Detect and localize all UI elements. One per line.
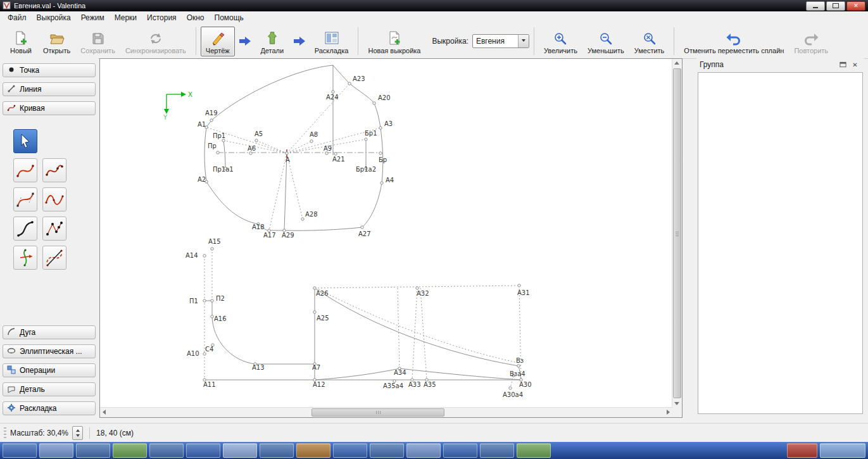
- mode-draw-button[interactable]: Чертёж: [201, 27, 235, 56]
- taskbar-item[interactable]: [787, 443, 817, 458]
- pattern-point[interactable]: [203, 255, 206, 257]
- toolbox-category-curve[interactable]: Кривая: [3, 101, 96, 115]
- pattern-line[interactable]: [256, 141, 287, 153]
- taskbar-item[interactable]: [149, 443, 184, 458]
- tool-double-curve[interactable]: [42, 187, 66, 211]
- maximize-button[interactable]: [826, 1, 845, 11]
- pattern-point[interactable]: [334, 153, 337, 155]
- sync-button[interactable]: Синхронизировать: [120, 27, 191, 56]
- scroll-up-arrow[interactable]: [674, 61, 679, 65]
- tool-cut-spline[interactable]: [42, 246, 66, 270]
- undo-button[interactable]: Отменить переместить сплайн: [679, 27, 789, 56]
- pattern-point[interactable]: [313, 287, 316, 289]
- pattern-point[interactable]: [313, 311, 316, 313]
- pattern-point[interactable]: [255, 139, 258, 142]
- spinner-up-icon[interactable]: [76, 429, 80, 432]
- pattern-point[interactable]: [373, 102, 375, 104]
- zoom-fit-button[interactable]: Уместить: [629, 27, 670, 56]
- scroll-down-arrow[interactable]: [674, 402, 679, 405]
- pattern-line[interactable]: [269, 153, 287, 230]
- pattern-line[interactable]: [399, 368, 521, 380]
- pattern-point[interactable]: [379, 127, 382, 129]
- toolbox-category-detail[interactable]: Деталь: [3, 382, 96, 396]
- pattern-point[interactable]: [301, 218, 304, 220]
- tool-spline-path[interactable]: [42, 158, 66, 182]
- taskbar-item[interactable]: [296, 443, 330, 458]
- pattern-point[interactable]: [222, 139, 225, 142]
- pattern-point[interactable]: [211, 315, 213, 318]
- pattern-point[interactable]: [203, 299, 206, 302]
- group-list[interactable]: [698, 72, 863, 414]
- menu-item-mode[interactable]: Режим: [76, 12, 110, 23]
- horizontal-scrollbar[interactable]: [100, 407, 672, 417]
- pattern-line[interactable]: [206, 127, 287, 153]
- toolbox-category-point[interactable]: Точка: [3, 63, 96, 77]
- vertical-scrollbar[interactable]: [672, 59, 682, 408]
- pattern-point[interactable]: [203, 353, 206, 355]
- vertical-scroll-thumb[interactable]: [673, 68, 681, 398]
- scroll-left-arrow[interactable]: [103, 410, 106, 415]
- taskbar-item[interactable]: [186, 443, 220, 458]
- zoom-spinner[interactable]: [72, 426, 83, 440]
- zoom-in-button[interactable]: Увеличить: [539, 27, 582, 56]
- pattern-point[interactable]: [379, 152, 382, 154]
- tool-curve-intersect[interactable]: [13, 246, 37, 270]
- menu-item-help[interactable]: Помощь: [210, 12, 249, 23]
- pattern-line[interactable]: [212, 317, 255, 364]
- pattern-line[interactable]: [318, 289, 519, 363]
- pattern-point[interactable]: [211, 248, 213, 250]
- menu-item-history[interactable]: История: [142, 12, 182, 23]
- pattern-line[interactable]: [362, 183, 382, 227]
- pattern-select[interactable]: Евгения: [472, 34, 529, 48]
- tool-curved-path[interactable]: [13, 217, 37, 241]
- pattern-line[interactable]: [315, 288, 519, 366]
- pattern-point[interactable]: [325, 152, 328, 154]
- zoom-out-button[interactable]: Уменьшить: [582, 27, 629, 56]
- close-panel-button[interactable]: ✕: [849, 60, 861, 70]
- toolbox-category-operations[interactable]: Операции: [3, 363, 96, 377]
- tool-curve-with-controls[interactable]: [13, 187, 37, 211]
- pattern-line[interactable]: [287, 84, 349, 153]
- pattern-line[interactable]: [204, 127, 206, 182]
- tool-spline[interactable]: [13, 158, 37, 182]
- float-panel-button[interactable]: [837, 60, 849, 70]
- pattern-point[interactable]: [211, 299, 213, 302]
- pattern-point[interactable]: [332, 91, 334, 93]
- pattern-point[interactable]: [348, 82, 351, 85]
- pattern-line[interactable]: [374, 103, 381, 128]
- pattern-line[interactable]: [315, 368, 399, 380]
- taskbar-item[interactable]: [260, 443, 294, 458]
- pattern-line[interactable]: [206, 182, 258, 224]
- tool-point-network[interactable]: [42, 217, 66, 241]
- pattern-point[interactable]: [286, 152, 288, 154]
- taskbar-item[interactable]: [3, 443, 37, 458]
- toolbox-category-arc[interactable]: Дуга: [3, 325, 96, 339]
- pattern-point[interactable]: [517, 365, 520, 367]
- save-button[interactable]: Сохранить: [75, 27, 120, 56]
- menu-item-pattern[interactable]: Выкройка: [32, 12, 76, 23]
- taskbar-item[interactable]: [370, 443, 404, 458]
- taskbar-item[interactable]: [223, 443, 257, 458]
- pattern-point[interactable]: [217, 151, 219, 154]
- new-button[interactable]: Новый: [4, 27, 38, 56]
- pattern-point[interactable]: [310, 140, 313, 142]
- toolbox-category-line[interactable]: Линия: [3, 82, 96, 96]
- pattern-point[interactable]: [381, 182, 383, 184]
- taskbar-item[interactable]: [76, 443, 110, 458]
- pattern-line[interactable]: [223, 141, 225, 168]
- pattern-line[interactable]: [211, 65, 333, 120]
- pattern-line[interactable]: [284, 227, 362, 230]
- redo-button[interactable]: Повторить: [789, 27, 833, 56]
- minimize-button[interactable]: [806, 1, 825, 11]
- pattern-line[interactable]: [412, 288, 417, 380]
- toolbox-category-layout[interactable]: Раскладка: [3, 401, 96, 415]
- pattern-point[interactable]: [210, 119, 213, 122]
- pattern-point[interactable]: [416, 287, 418, 289]
- taskbar-item[interactable]: [480, 443, 514, 458]
- mode-details-button[interactable]: Детали: [255, 27, 289, 56]
- close-button[interactable]: ✕: [846, 1, 865, 11]
- horizontal-scroll-thumb[interactable]: [311, 408, 444, 417]
- spinner-down-icon[interactable]: [76, 434, 80, 437]
- pattern-point[interactable]: [518, 284, 520, 287]
- pattern-line[interactable]: [398, 288, 399, 368]
